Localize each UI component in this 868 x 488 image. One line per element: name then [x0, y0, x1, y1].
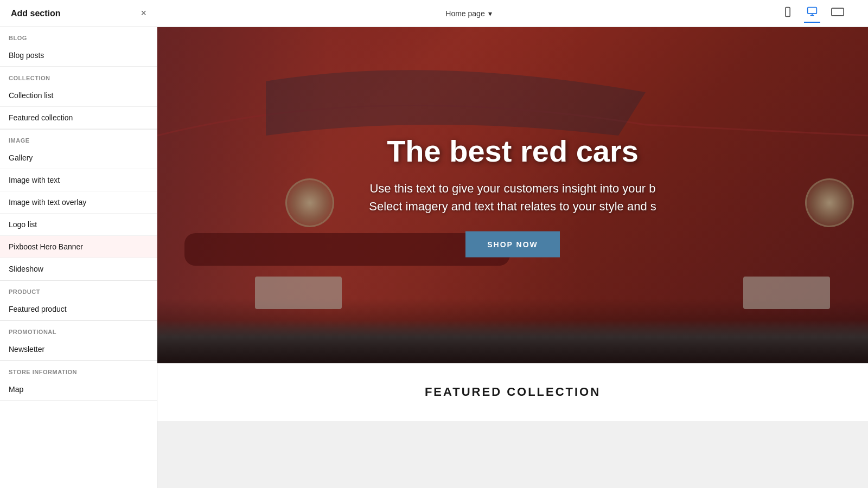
sidebar-item-image-with-text[interactable]: Image with text	[0, 169, 157, 191]
sidebar-item-map[interactable]: Map	[0, 378, 157, 401]
featured-collection-title: FEATURED COLLECTION	[179, 385, 846, 399]
hero-subtitle-line2: Select imagery and text that relates to …	[369, 200, 656, 213]
sidebar-item-gallery[interactable]: Gallery	[0, 147, 157, 169]
topbar-center: Home page ▾	[157, 9, 780, 18]
sidebar-item-blog-posts[interactable]: Blog posts	[0, 44, 157, 67]
main-layout: BLOG Blog posts COLLECTION Collection li…	[0, 27, 868, 488]
chevron-down-icon: ▾	[488, 9, 492, 18]
widescreen-view-icon[interactable]	[829, 5, 846, 22]
hero-content: The best red cars Use this text to give …	[269, 133, 757, 258]
mobile-view-icon[interactable]	[780, 4, 795, 22]
sidebar-item-slideshow[interactable]: Slideshow	[0, 258, 157, 280]
topbar-right	[780, 4, 846, 23]
sidebar-item-pixboost-hero-banner[interactable]: Pixboost Hero Banner	[0, 236, 157, 258]
hero-title: The best red cars	[269, 133, 757, 169]
category-store-information: STORE INFORMATION	[0, 361, 157, 378]
desktop-view-icon[interactable]	[804, 4, 820, 23]
topbar: Add section × Home page ▾	[0, 0, 868, 27]
sidebar-item-collection-list[interactable]: Collection list	[0, 85, 157, 107]
topbar-left: Add section ×	[11, 8, 157, 19]
category-promotional: PROMOTIONAL	[0, 321, 157, 338]
category-product: PRODUCT	[0, 281, 157, 298]
preview-area: The best red cars Use this text to give …	[157, 27, 868, 488]
svg-rect-0	[786, 8, 790, 17]
svg-rect-5	[832, 8, 844, 16]
category-blog: BLOG	[0, 27, 157, 44]
page-selector-label: Home page	[445, 9, 484, 18]
sidebar: BLOG Blog posts COLLECTION Collection li…	[0, 27, 157, 488]
sidebar-item-logo-list[interactable]: Logo list	[0, 214, 157, 236]
close-button[interactable]: ×	[141, 8, 146, 19]
sidebar-item-featured-product[interactable]: Featured product	[0, 298, 157, 320]
topbar-title: Add section	[11, 9, 61, 18]
category-collection: COLLECTION	[0, 67, 157, 85]
hero-subtitle: Use this text to give your customers ins…	[269, 179, 757, 215]
hero-section: The best red cars Use this text to give …	[157, 27, 868, 363]
sidebar-item-featured-collection[interactable]: Featured collection	[0, 107, 157, 129]
shop-now-button[interactable]: SHOP NOW	[465, 232, 560, 258]
sidebar-item-newsletter[interactable]: Newsletter	[0, 338, 157, 361]
featured-collection-section: FEATURED COLLECTION	[157, 363, 868, 421]
hero-subtitle-line1: Use this text to give your customers ins…	[369, 182, 655, 195]
category-image: IMAGE	[0, 130, 157, 147]
page-selector[interactable]: Home page ▾	[445, 9, 492, 18]
sidebar-item-image-with-text-overlay[interactable]: Image with text overlay	[0, 191, 157, 214]
svg-rect-2	[808, 8, 817, 14]
